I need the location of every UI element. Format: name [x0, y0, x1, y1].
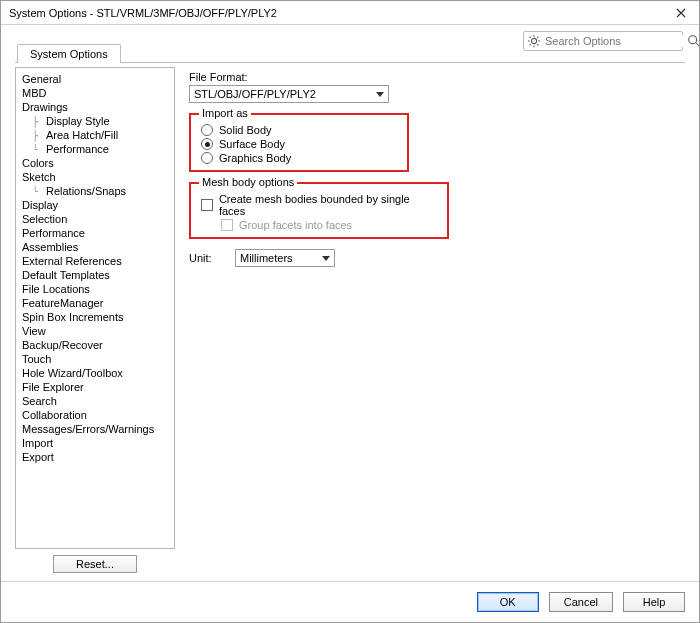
- close-icon: [676, 8, 686, 18]
- left-column: GeneralMBDDrawings├Display Style├Area Ha…: [15, 67, 175, 573]
- tree-child-item[interactable]: ├Area Hatch/Fill: [32, 128, 172, 142]
- cancel-button[interactable]: Cancel: [549, 592, 613, 612]
- tree-item[interactable]: General: [18, 72, 172, 86]
- right-column: File Format: STL/OBJ/OFF/PLY/PLY2 Import…: [185, 67, 685, 573]
- svg-point-0: [531, 38, 536, 43]
- unit-value: Millimeters: [240, 252, 320, 264]
- tree-branch-icon: └: [32, 144, 46, 155]
- mesh-body-options-group: Mesh body options Create mesh bodies bou…: [189, 182, 449, 239]
- search-options-field[interactable]: [523, 31, 683, 51]
- unit-row: Unit: Millimeters: [189, 249, 681, 267]
- tree-item[interactable]: Messages/Errors/Warnings: [18, 422, 172, 436]
- file-format-value: STL/OBJ/OFF/PLY/PLY2: [194, 88, 374, 100]
- tree-item[interactable]: Search: [18, 394, 172, 408]
- unit-label: Unit:: [189, 252, 229, 264]
- tree-item[interactable]: File Explorer: [18, 380, 172, 394]
- tree-item[interactable]: FeatureManager: [18, 296, 172, 310]
- tree-item[interactable]: Display: [18, 198, 172, 212]
- tab-system-options[interactable]: System Options: [17, 44, 121, 63]
- tree-branch-icon: ├: [32, 116, 46, 127]
- dialog-footer: OK Cancel Help: [1, 581, 699, 622]
- tree-item[interactable]: Backup/Recover: [18, 338, 172, 352]
- tree-item[interactable]: Assemblies: [18, 240, 172, 254]
- titlebar: System Options - STL/VRML/3MF/OBJ/OFF/PL…: [1, 1, 699, 25]
- tree-item[interactable]: Performance: [18, 226, 172, 240]
- tree-item-label: Performance: [46, 143, 109, 155]
- checkbox-icon: [221, 219, 233, 231]
- import-as-option[interactable]: Surface Body: [201, 137, 397, 151]
- tree-item-label: Relations/Snaps: [46, 185, 126, 197]
- tree-child-item[interactable]: └Relations/Snaps: [32, 184, 172, 198]
- checkbox-icon: [201, 199, 213, 211]
- radio-icon: [201, 124, 213, 136]
- options-tree[interactable]: GeneralMBDDrawings├Display Style├Area Ha…: [15, 67, 175, 549]
- tree-item-label: Area Hatch/Fill: [46, 129, 118, 141]
- file-format-dropdown[interactable]: STL/OBJ/OFF/PLY/PLY2: [189, 85, 389, 103]
- tree-item[interactable]: Export: [18, 450, 172, 464]
- tree-branch-icon: ├: [32, 130, 46, 141]
- gear-icon: [527, 33, 541, 49]
- create-mesh-bodies-checkbox[interactable]: Create mesh bodies bounded by single fac…: [201, 192, 437, 218]
- file-format-label: File Format:: [189, 71, 681, 83]
- import-as-option[interactable]: Solid Body: [201, 123, 397, 137]
- tree-item[interactable]: Collaboration: [18, 408, 172, 422]
- import-as-option-label: Surface Body: [219, 138, 285, 150]
- tree-item[interactable]: Touch: [18, 352, 172, 366]
- tree-item[interactable]: File Locations: [18, 282, 172, 296]
- reset-button[interactable]: Reset...: [53, 555, 137, 573]
- tree-item[interactable]: Hole Wizard/Toolbox: [18, 366, 172, 380]
- mesh-options-legend: Mesh body options: [199, 176, 297, 188]
- tree-item[interactable]: Colors: [18, 156, 172, 170]
- tree-item[interactable]: Import: [18, 436, 172, 450]
- unit-dropdown[interactable]: Millimeters: [235, 249, 335, 267]
- import-as-group: Import as Solid BodySurface BodyGraphics…: [189, 113, 409, 172]
- tree-child-item[interactable]: ├Display Style: [32, 114, 172, 128]
- tree-item-label: Display Style: [46, 115, 110, 127]
- tree-branch-icon: └: [32, 186, 46, 197]
- import-as-option[interactable]: Graphics Body: [201, 151, 397, 165]
- tree-child-item[interactable]: └Performance: [32, 142, 172, 156]
- tree-item[interactable]: Default Templates: [18, 268, 172, 282]
- import-as-option-label: Graphics Body: [219, 152, 291, 164]
- close-button[interactable]: [669, 1, 693, 25]
- top-area: System Options: [1, 25, 699, 63]
- tree-item[interactable]: Selection: [18, 212, 172, 226]
- group-facets-checkbox: Group facets into faces: [221, 218, 437, 232]
- create-mesh-bodies-label: Create mesh bodies bounded by single fac…: [219, 193, 437, 217]
- search-icon: [687, 33, 700, 49]
- import-as-option-label: Solid Body: [219, 124, 272, 136]
- svg-point-1: [689, 36, 697, 44]
- search-input[interactable]: [541, 35, 687, 47]
- tree-item[interactable]: MBD: [18, 86, 172, 100]
- dialog-body: GeneralMBDDrawings├Display Style├Area Ha…: [1, 63, 699, 581]
- import-as-legend: Import as: [199, 107, 251, 119]
- tree-item[interactable]: View: [18, 324, 172, 338]
- tree-item[interactable]: Spin Box Increments: [18, 310, 172, 324]
- chevron-down-icon: [320, 256, 332, 261]
- radio-icon: [201, 138, 213, 150]
- chevron-down-icon: [374, 92, 386, 97]
- tree-item[interactable]: Sketch: [18, 170, 172, 184]
- group-facets-label: Group facets into faces: [239, 219, 352, 231]
- tree-item[interactable]: Drawings: [18, 100, 172, 114]
- radio-icon: [201, 152, 213, 164]
- tree-item[interactable]: External References: [18, 254, 172, 268]
- ok-button[interactable]: OK: [477, 592, 539, 612]
- window-title: System Options - STL/VRML/3MF/OBJ/OFF/PL…: [9, 7, 669, 19]
- help-button[interactable]: Help: [623, 592, 685, 612]
- system-options-dialog: System Options - STL/VRML/3MF/OBJ/OFF/PL…: [0, 0, 700, 623]
